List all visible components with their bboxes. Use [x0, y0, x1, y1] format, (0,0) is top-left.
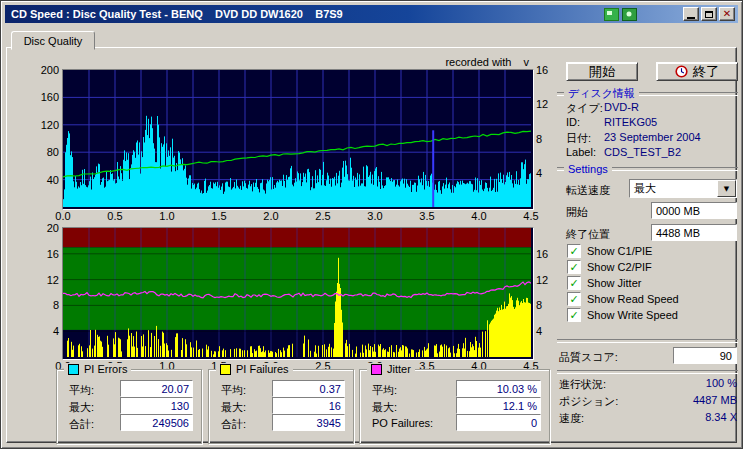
- transfer-speed-select[interactable]: 最大 ▼: [629, 179, 737, 198]
- pi-failures-jitter-chart: [62, 227, 534, 360]
- pi-failures-jitter-chart-canvas: [63, 228, 531, 357]
- stat-value: 10.03 %: [456, 380, 541, 397]
- legend-box-pi-errors: PI Errors 平均: 20.07 最大: 130 合計: 249506: [56, 369, 202, 444]
- checkbox-show-jitter[interactable]: ✓ Show Jitter: [567, 276, 641, 290]
- green-square-icon-2[interactable]: [621, 7, 637, 21]
- jitter-swatch: [371, 364, 382, 375]
- checkbox-show-c2-pif[interactable]: ✓ Show C2/PIF: [567, 260, 652, 274]
- stat-value: 20.07: [120, 380, 193, 397]
- stat-label: 最大:: [69, 400, 94, 415]
- end-position-label: 終了位置: [566, 227, 610, 242]
- minimize-icon: [687, 17, 695, 19]
- stat-label: 合計:: [69, 417, 94, 432]
- stat-value: 130: [120, 397, 193, 414]
- pi-errors-chart: [62, 69, 534, 210]
- close-button[interactable]: ✕: [719, 7, 735, 21]
- legend-box-pi-failures: PI Failures 平均: 0.37 最大: 16 合計: 3945: [208, 369, 354, 444]
- progress-value: 100 %: [621, 377, 737, 389]
- legend-box-title: PI Errors: [64, 363, 131, 375]
- checkbox-show-c1-pie[interactable]: ✓ Show C1/PIE: [567, 244, 652, 258]
- maximize-icon: [705, 11, 713, 18]
- position-label: ポジション:: [559, 394, 618, 409]
- stat-label: 平均:: [221, 383, 246, 398]
- stat-value: 0: [456, 414, 541, 431]
- start-position-field[interactable]: 0000 MB: [651, 202, 737, 219]
- legend-box-title: Jitter: [367, 363, 415, 375]
- titlebar[interactable]: CD Speed : Disc Quality Test - BENQ DVD …: [5, 5, 738, 23]
- close-icon: ✕: [723, 9, 731, 19]
- chevron-down-icon[interactable]: ▼: [717, 180, 736, 197]
- disc-label-label: Label:: [566, 146, 596, 158]
- stat-label: 平均:: [69, 383, 94, 398]
- checkbox-icon: ✓: [567, 244, 581, 258]
- clock-icon: [675, 65, 688, 78]
- exit-button[interactable]: 終了: [656, 62, 738, 81]
- separator: [557, 339, 738, 343]
- disc-id-label: ID:: [566, 116, 580, 128]
- checkbox-icon: ✓: [567, 292, 581, 306]
- disc-id-value: RITEKG05: [604, 116, 657, 128]
- speed-value: 8.34 X: [621, 411, 737, 423]
- stat-label: 合計:: [221, 417, 246, 432]
- stat-label: 最大:: [372, 400, 397, 415]
- end-position-field[interactable]: 4488 MB: [651, 224, 737, 241]
- pi-failures-swatch: [220, 364, 231, 375]
- start-button[interactable]: 開始: [566, 62, 638, 81]
- pi-errors-chart-canvas: [63, 70, 531, 207]
- recorded-with-text: recorded with: [445, 56, 511, 68]
- disc-type-label: タイプ:: [566, 101, 603, 116]
- tab-disc-quality[interactable]: Disc Quality: [11, 31, 95, 50]
- quality-score-value: 90: [673, 347, 737, 364]
- window-title: CD Speed : Disc Quality Test - BENQ DVD …: [11, 8, 601, 20]
- quality-score-label: 品質スコア:: [559, 350, 618, 365]
- stat-value: 3945: [272, 414, 345, 431]
- settings-header: Settings: [557, 163, 738, 175]
- stat-value: 249506: [120, 414, 193, 431]
- minimize-button[interactable]: [683, 7, 699, 21]
- green-square-icon-1[interactable]: [603, 7, 619, 21]
- transfer-speed-label: 転送速度: [566, 183, 610, 198]
- disc-type-value: DVD-R: [604, 101, 639, 113]
- stat-label: 平均:: [372, 383, 397, 398]
- checkbox-icon: ✓: [567, 260, 581, 274]
- checkbox-icon: ✓: [567, 308, 581, 322]
- disc-date-label: 日付:: [566, 131, 591, 146]
- stat-value: 0.37: [272, 380, 345, 397]
- legend-box-jitter: Jitter 平均: 10.03 % 最大: 12.1 % PO Failure…: [359, 369, 550, 444]
- checkbox-show-read-speed[interactable]: ✓ Show Read Speed: [567, 292, 679, 306]
- disc-date-value: 23 September 2004: [604, 131, 701, 143]
- maximize-button[interactable]: [701, 7, 717, 21]
- stat-value: 12.1 %: [456, 397, 541, 414]
- recorded-with-note: recorded withv: [329, 56, 529, 68]
- green-square-icon-1-img: [604, 8, 619, 21]
- green-square-icon-2-img: [622, 8, 637, 21]
- checkbox-icon: ✓: [567, 276, 581, 290]
- disc-info-header: ディスク情報: [557, 86, 738, 101]
- checkbox-show-write-speed[interactable]: ✓ Show Write Speed: [567, 308, 678, 322]
- separator: [557, 370, 738, 374]
- transfer-speed-value: 最大: [630, 181, 717, 196]
- progress-label: 進行状況:: [559, 377, 606, 392]
- disc-label-value: CDS_TEST_B2: [604, 146, 681, 158]
- stat-label: PO Failures:: [372, 417, 433, 429]
- start-position-label: 開始: [566, 205, 588, 220]
- app-window: CD Speed : Disc Quality Test - BENQ DVD …: [0, 0, 743, 449]
- speed-label: 速度:: [559, 411, 584, 426]
- recorded-with-indicator: v: [524, 56, 530, 68]
- pi-errors-swatch: [68, 364, 79, 375]
- legend-box-title: PI Failures: [216, 363, 293, 375]
- position-value: 4487 MB: [621, 394, 737, 406]
- stat-label: 最大:: [221, 400, 246, 415]
- stat-value: 16: [272, 397, 345, 414]
